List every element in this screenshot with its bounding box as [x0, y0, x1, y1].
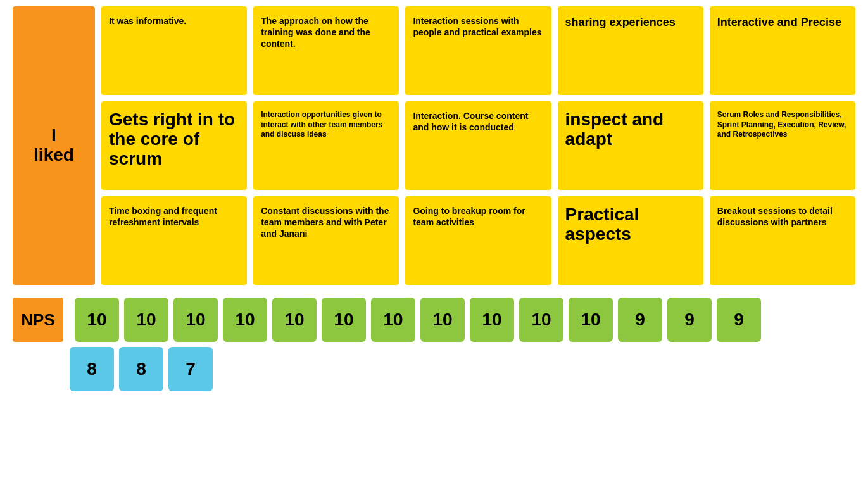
sticky-text-2-4: inspect and adapt — [565, 110, 696, 149]
nps-score-tile: 10 — [322, 298, 366, 342]
nps-score-tile: 10 — [272, 298, 317, 342]
nps-scores-green: 1010101010101010101010999 — [75, 298, 761, 342]
sticky-3-3: Going to breakup room for team activitie… — [405, 196, 551, 285]
nps-score-tile: 10 — [173, 298, 218, 342]
sticky-text-3-1: Time boxing and frequent refreshment int… — [109, 205, 239, 228]
sticky-3-4: Practical aspects — [558, 196, 703, 285]
nps-row-main: NPS 1010101010101010101010999 — [13, 298, 855, 342]
liked-grid: I liked It was informative. The approach… — [13, 6, 855, 285]
sticky-text-1-4: sharing experiences — [565, 15, 676, 30]
sticky-3-5: Breakout sessions to detail discussions … — [710, 196, 855, 285]
sticky-text-3-4: Practical aspects — [565, 205, 696, 244]
nps-score-tile: 10 — [420, 298, 465, 342]
sticky-2-4: inspect and adapt — [558, 101, 703, 190]
sticky-text-1-2: The approach on how the training was don… — [261, 15, 391, 50]
sticky-text-2-3: Interaction. Course content and how it i… — [413, 110, 543, 133]
sticky-text-1-3: Interaction sessions with people and pra… — [413, 15, 543, 38]
nps-score-tile: 10 — [223, 298, 267, 342]
sticky-1-5: Interactive and Precise — [710, 6, 855, 95]
nps-score-tile: 10 — [569, 298, 613, 342]
nps-score-tile: 10 — [519, 298, 563, 342]
sticky-2-1: Gets right in to the core of scrum — [101, 101, 247, 190]
nps-row-blue: 887 — [13, 347, 855, 391]
sticky-text-1-5: Interactive and Precise — [717, 15, 841, 30]
sticky-1-1: It was informative. — [101, 6, 247, 95]
nps-score-tile: 8 — [70, 347, 114, 391]
sticky-text-2-2: Interaction opportunities given to inter… — [261, 110, 391, 140]
sticky-text-2-1: Gets right in to the core of scrum — [109, 110, 239, 168]
sticky-text-2-5: Scrum Roles and Responsibilities, Sprint… — [717, 110, 848, 140]
sticky-1-4: sharing experiences — [558, 6, 703, 95]
sticky-2-5: Scrum Roles and Responsibilities, Sprint… — [710, 101, 855, 190]
sticky-text-3-3: Going to breakup room for team activitie… — [413, 205, 543, 228]
sticky-3-1: Time boxing and frequent refreshment int… — [101, 196, 247, 285]
nps-score-tile: 10 — [75, 298, 119, 342]
nps-score-tile: 10 — [470, 298, 514, 342]
sticky-text-3-2: Constant discussions with the team membe… — [261, 205, 391, 240]
sticky-text-3-5: Breakout sessions to detail discussions … — [717, 205, 848, 228]
nps-score-tile: 7 — [168, 347, 213, 391]
sticky-text-1-1: It was informative. — [109, 15, 186, 27]
sticky-3-2: Constant discussions with the team membe… — [253, 196, 399, 285]
sticky-2-3: Interaction. Course content and how it i… — [405, 101, 551, 190]
nps-score-tile: 8 — [119, 347, 163, 391]
nps-score-tile: 10 — [371, 298, 415, 342]
liked-label: I liked — [13, 6, 95, 285]
nps-scores-blue: 887 — [70, 347, 213, 391]
nps-score-tile: 9 — [667, 298, 712, 342]
nps-section: NPS 1010101010101010101010999 887 — [13, 298, 855, 391]
sticky-1-3: Interaction sessions with people and pra… — [405, 6, 551, 95]
sticky-2-2: Interaction opportunities given to inter… — [253, 101, 399, 190]
nps-score-tile: 10 — [124, 298, 168, 342]
nps-label: NPS — [13, 298, 63, 342]
sticky-1-2: The approach on how the training was don… — [253, 6, 399, 95]
nps-score-tile: 9 — [717, 298, 761, 342]
nps-score-tile: 9 — [618, 298, 662, 342]
